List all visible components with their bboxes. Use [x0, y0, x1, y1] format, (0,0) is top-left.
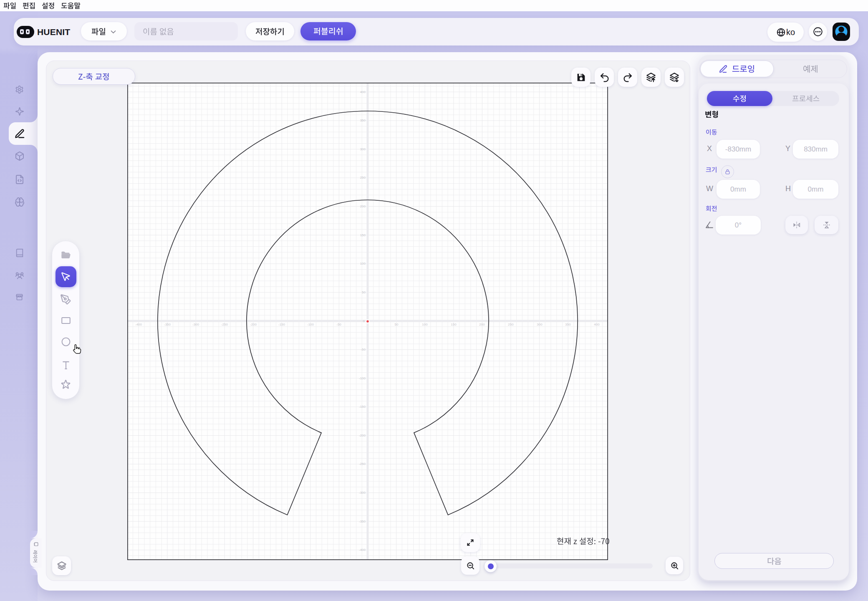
svg-text:-200: -200 — [250, 323, 257, 326]
svg-text:350: 350 — [360, 119, 366, 122]
svg-text:-300: -300 — [359, 491, 366, 495]
svg-text:-100: -100 — [359, 376, 366, 380]
svg-text:-50: -50 — [336, 323, 341, 326]
svg-text:-400: -400 — [359, 548, 366, 552]
svg-text:-50: -50 — [361, 348, 366, 351]
svg-text:50: 50 — [362, 290, 366, 294]
svg-text:100: 100 — [360, 262, 366, 265]
svg-text:-200: -200 — [359, 434, 366, 437]
svg-text:-300: -300 — [192, 323, 199, 326]
svg-text:-350: -350 — [164, 323, 171, 326]
svg-text:150: 150 — [360, 233, 366, 237]
svg-text:250: 250 — [508, 323, 514, 326]
svg-text:-400: -400 — [135, 323, 142, 326]
svg-text:-100: -100 — [307, 323, 314, 326]
svg-text:250: 250 — [360, 176, 366, 179]
svg-text:200: 200 — [360, 205, 366, 208]
svg-text:350: 350 — [565, 323, 571, 326]
svg-text:50: 50 — [395, 323, 399, 326]
svg-text:300: 300 — [360, 147, 366, 151]
svg-text:150: 150 — [451, 323, 457, 326]
svg-text:-150: -150 — [278, 323, 285, 326]
svg-text:0: 0 — [363, 319, 365, 323]
svg-text:-350: -350 — [359, 520, 366, 523]
svg-text:100: 100 — [422, 323, 428, 326]
svg-text:-150: -150 — [359, 405, 366, 409]
svg-text:200: 200 — [479, 323, 485, 326]
svg-text:-250: -250 — [359, 462, 366, 466]
svg-text:400: 400 — [360, 90, 366, 94]
svg-text:400: 400 — [594, 323, 600, 326]
svg-text:-250: -250 — [221, 323, 228, 326]
svg-text:300: 300 — [537, 323, 542, 326]
